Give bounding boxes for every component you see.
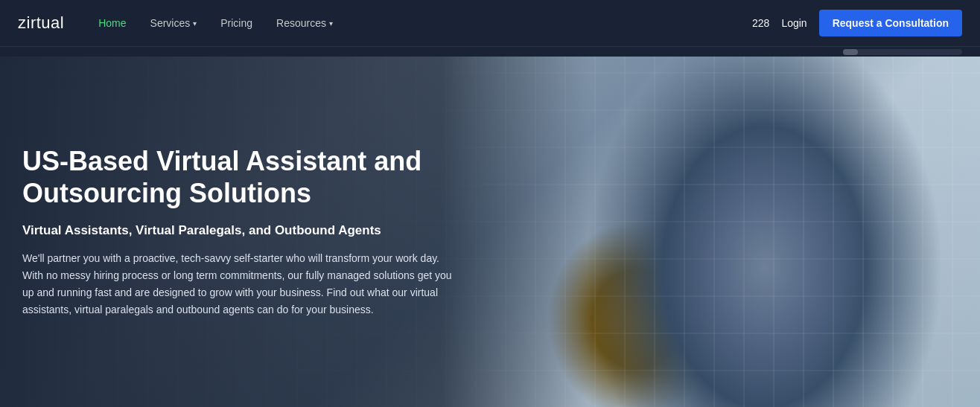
scrollbar-hint [0, 46, 980, 57]
scrollbar-thumb [843, 49, 858, 55]
hero-subtitle: Virtual Assistants, Virtual Paralegals, … [22, 222, 462, 239]
navbar: zirtual Home Services ▾ Pricing Resource… [0, 0, 980, 46]
scrollbar-track[interactable] [843, 49, 962, 55]
hero-title: US-Based Virtual Assistant and Outsourci… [22, 145, 462, 209]
hero-section: US-Based Virtual Assistant and Outsourci… [0, 57, 980, 407]
hero-body: We'll partner you with a proactive, tech… [22, 250, 462, 318]
nav-links: Home Services ▾ Pricing Resources ▾ [88, 11, 752, 35]
nav-home-label: Home [98, 17, 126, 29]
nav-item-resources[interactable]: Resources ▾ [266, 11, 343, 35]
logo[interactable]: zirtual [18, 13, 64, 33]
nav-item-pricing[interactable]: Pricing [210, 11, 263, 35]
nav-resources-label: Resources [276, 17, 326, 29]
chevron-down-icon: ▾ [329, 19, 333, 28]
chevron-down-icon: ▾ [193, 19, 197, 28]
nav-count: 228 [752, 17, 769, 29]
hero-content: US-Based Virtual Assistant and Outsourci… [0, 57, 491, 407]
request-consultation-button[interactable]: Request a Consultation [819, 10, 962, 36]
login-button[interactable]: Login [781, 17, 806, 29]
nav-item-home[interactable]: Home [88, 11, 136, 35]
nav-item-services[interactable]: Services ▾ [140, 11, 208, 35]
nav-right: 228 Login Request a Consultation [752, 10, 962, 36]
nav-pricing-label: Pricing [220, 17, 252, 29]
nav-services-label: Services [150, 17, 191, 29]
